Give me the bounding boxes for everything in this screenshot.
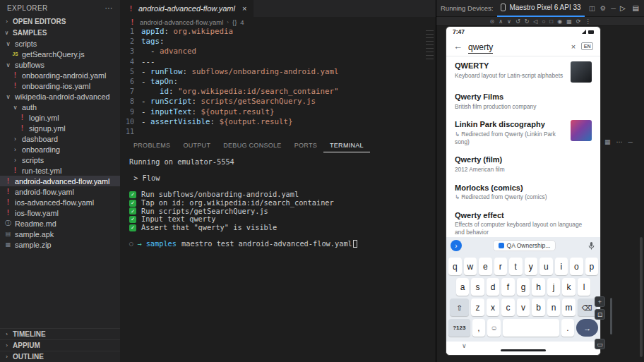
- section-samples[interactable]: ∨ SAMPLES: [0, 27, 120, 38]
- device-tab-maestro-pixel-6[interactable]: Maestro Pixel 6 API 33: [497, 0, 584, 17]
- tree-item-login-yml[interactable]: !login.yml: [0, 112, 120, 123]
- minimap[interactable]: [426, 29, 434, 61]
- search-result-qwerty-films[interactable]: Qwerty FilmsBritish film production comp…: [446, 88, 600, 115]
- key-j[interactable]: j: [547, 278, 561, 296]
- dash-icon[interactable]: ─: [628, 138, 633, 145]
- volume-up-icon[interactable]: ∧: [499, 18, 503, 25]
- tree-item-sample-zip[interactable]: ▦sample.zip: [0, 239, 120, 250]
- gesture-pill[interactable]: [501, 349, 546, 351]
- tree-item-signup-yml[interactable]: !signup.yml: [0, 123, 120, 133]
- terminal[interactable]: Running on emulator-5554 > Flow✓Run subf…: [129, 158, 430, 362]
- volume-down-icon[interactable]: ∨: [507, 18, 511, 25]
- key-f[interactable]: f: [501, 278, 515, 296]
- power-icon[interactable]: ⊙: [490, 18, 495, 25]
- key-l[interactable]: l: [578, 278, 591, 296]
- back-icon[interactable]: ◁: [533, 18, 537, 25]
- section-outline[interactable]: › OUTLINE: [0, 351, 120, 362]
- search-result-linkin-park-discography[interactable]: Linkin Park discography↳ Redirected from…: [446, 115, 600, 150]
- overview-icon[interactable]: □: [549, 18, 553, 25]
- tree-item-android-advanced-flow-yaml[interactable]: !android-advanced-flow.yaml: [0, 176, 120, 186]
- home-icon[interactable]: ○: [542, 18, 546, 25]
- key-p[interactable]: p: [585, 258, 599, 275]
- section-open-editors[interactable]: › OPEN EDITORS: [0, 16, 120, 27]
- tree-item-scripts[interactable]: ›scripts: [0, 155, 120, 165]
- grid-icon[interactable]: ▦: [604, 138, 611, 145]
- key-g[interactable]: g: [517, 278, 530, 296]
- key-a[interactable]: a: [456, 278, 470, 296]
- key-m[interactable]: m: [562, 298, 576, 316]
- key-n[interactable]: n: [547, 298, 561, 316]
- key-h[interactable]: h: [532, 278, 545, 296]
- key-w[interactable]: w: [464, 258, 477, 275]
- close-icon[interactable]: ×: [242, 4, 246, 13]
- breadcrumb-symbol[interactable]: {}: [232, 18, 237, 26]
- panel-tab-output[interactable]: OUTPUT: [177, 138, 217, 152]
- tree-item-ios-flow-yaml[interactable]: !ios-flow.yaml: [0, 207, 120, 218]
- collapse-keyboard-icon[interactable]: ∨: [462, 342, 467, 349]
- search-input[interactable]: qwerty: [468, 40, 566, 53]
- key-x[interactable]: x: [487, 298, 500, 316]
- key-s[interactable]: s: [471, 278, 484, 296]
- breadcrumb-file[interactable]: android-advanced-flow.yaml: [140, 18, 223, 26]
- tree-item-onboarding-android-yaml[interactable]: !onboarding-android.yaml: [0, 70, 120, 80]
- zoom-scrollbar[interactable]: [610, 298, 612, 334]
- period-key[interactable]: .: [561, 319, 575, 337]
- key-b[interactable]: b: [532, 298, 545, 316]
- clipboard-suggestion-chip[interactable]: QA Ownership...: [493, 240, 556, 251]
- key-k[interactable]: k: [562, 278, 576, 296]
- comma-key[interactable]: ,: [472, 319, 486, 337]
- clear-search-icon[interactable]: ×: [571, 42, 576, 51]
- search-result-qwerty[interactable]: QWERTYKeyboard layout for Latin-script a…: [446, 56, 600, 88]
- key-u[interactable]: u: [539, 258, 553, 275]
- key-q[interactable]: q: [448, 258, 462, 275]
- tree-item-readme-md[interactable]: ⓘReadme.md: [0, 218, 120, 229]
- tree-item-scripts[interactable]: ∨scripts: [0, 38, 120, 49]
- key-v[interactable]: v: [517, 298, 530, 316]
- tab-android-advanced-flow[interactable]: ! android-advanced-flow.yaml ×: [120, 0, 254, 17]
- tree-item-onboarding-ios-yaml[interactable]: !onboarding-ios.yaml: [0, 80, 120, 91]
- more-vertical-icon[interactable]: ⋮: [585, 18, 590, 25]
- zoom-in-icon[interactable]: +: [595, 296, 605, 307]
- minimize-icon[interactable]: ─: [611, 4, 616, 12]
- key-t[interactable]: t: [509, 258, 523, 275]
- run-icon[interactable]: ▷: [620, 4, 626, 12]
- layout-icon[interactable]: ▤: [633, 4, 639, 12]
- section-appium[interactable]: › APPIUM: [0, 339, 120, 351]
- tree-item-subflows[interactable]: ∨subflows: [0, 59, 120, 70]
- device-screen[interactable]: 7:47 ← qwerty × EN QWERTYKeyboard layout…: [446, 26, 601, 356]
- section-timeline[interactable]: › TIMELINE: [0, 328, 120, 339]
- search-result-qwerty-film[interactable]: Qwerty (film)2012 American film: [446, 150, 600, 178]
- tree-item-auth[interactable]: ∨auth: [0, 102, 120, 112]
- search-result-morlocks-comics[interactable]: Morlocks (comics)↳ Redirected from Qwert…: [446, 179, 600, 206]
- rotate-left-icon[interactable]: ↺: [515, 18, 520, 25]
- backspace-key[interactable]: ⌫: [578, 298, 597, 316]
- emoji-key[interactable]: ☺: [487, 319, 501, 337]
- tree-item-sample-apk[interactable]: ▤sample.apk: [0, 229, 120, 239]
- hardware-input-icon[interactable]: ▭: [595, 339, 605, 349]
- gear-icon[interactable]: ⚙: [600, 4, 607, 12]
- panel-tab-terminal[interactable]: TERMINAL: [323, 138, 370, 152]
- panel-tab-ports[interactable]: PORTS: [288, 138, 323, 152]
- symbols-key[interactable]: ?123: [448, 319, 470, 337]
- tree-item-wikipedia-android-advanced[interactable]: ∨wikipedia-android-advanced: [0, 91, 120, 102]
- panel-scrollbar[interactable]: [640, 237, 643, 357]
- tree-item-run-test-yml[interactable]: !run-test.yml: [0, 165, 120, 176]
- screenshot-icon[interactable]: ◉: [557, 18, 562, 25]
- key-d[interactable]: d: [487, 278, 500, 296]
- panel-tab-debug-console[interactable]: DEBUG CONSOLE: [217, 138, 287, 152]
- gboard-features-button[interactable]: ›: [451, 240, 462, 251]
- record-icon[interactable]: ▦: [566, 18, 572, 25]
- snapshot-icon[interactable]: ⟳: [576, 18, 581, 25]
- key-o[interactable]: o: [570, 258, 583, 275]
- space-key[interactable]: [503, 319, 559, 337]
- shift-key[interactable]: ⇧: [450, 298, 469, 316]
- more-actions-icon[interactable]: ⋯: [105, 4, 113, 13]
- mic-icon[interactable]: [587, 241, 596, 251]
- back-arrow-icon[interactable]: ←: [453, 41, 463, 52]
- tree-item-onboarding[interactable]: ›onboarding: [0, 144, 120, 155]
- key-e[interactable]: e: [479, 258, 492, 275]
- key-z[interactable]: z: [471, 298, 484, 316]
- split-icon[interactable]: ◫: [589, 4, 595, 12]
- tree-item-getsearchquery-js[interactable]: JSgetSearchQuery.js: [0, 49, 120, 59]
- panel-tab-problems[interactable]: PROBLEMS: [127, 138, 177, 152]
